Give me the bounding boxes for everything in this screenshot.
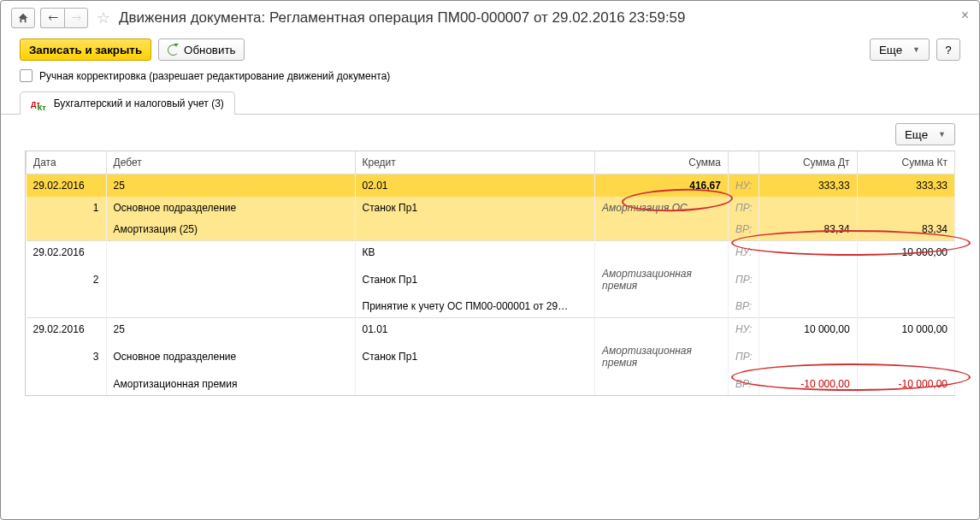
tab-label: Бухгалтерский и налоговый учет (3)	[54, 98, 224, 109]
cell-vr-kt	[857, 296, 954, 318]
cell-date: 29.02.2016	[27, 241, 107, 263]
cell-desc: Амортизационная премия	[595, 340, 729, 373]
cell-credit-acc: 01.01	[355, 318, 595, 340]
cell-pr-kt	[857, 263, 954, 296]
more-label: Еще	[879, 44, 902, 56]
cell-date: 29.02.2016	[27, 174, 107, 197]
cell-vr-label: ВР:	[728, 219, 759, 241]
cell-debit-sub1: Основное подразделение	[106, 340, 355, 373]
cell-credit-sub1: Станок Пр1	[355, 197, 595, 219]
cell-num: 1	[27, 197, 107, 219]
cell-num: 2	[27, 263, 107, 296]
help-button[interactable]: ?	[936, 38, 960, 61]
table-row[interactable]: 29.02.2016 КВ НУ: 10 000,00	[27, 241, 955, 263]
col-sum[interactable]: Сумма	[595, 151, 729, 174]
cell-pr-dt	[759, 197, 857, 219]
close-button[interactable]: ×	[961, 8, 969, 23]
back-button[interactable]: 🡐	[40, 8, 64, 28]
table-row[interactable]: Амортизационная премия ВР: -10 000,00 -1…	[27, 373, 955, 395]
cell-nu-kt: 333,33	[857, 174, 954, 197]
cell-vr-label: ВР:	[728, 373, 759, 395]
table-row[interactable]: 1 Основное подразделение Станок Пр1 Амор…	[27, 197, 955, 219]
tab-accounting[interactable]: ДтКт Бухгалтерский и налоговый учет (3)	[20, 92, 235, 115]
cell-sum	[595, 241, 729, 263]
cell-credit-sub1: Станок Пр1	[355, 340, 595, 373]
cell-date: 29.02.2016	[27, 318, 107, 340]
cell-nu-dt	[759, 241, 857, 263]
home-button[interactable]	[11, 8, 35, 28]
cell-debit-sub2: Амортизация (25)	[106, 219, 355, 241]
table-row[interactable]: 29.02.2016 25 01.01 НУ: 10 000,00 10 000…	[27, 318, 955, 340]
cell-debit-sub1: Основное подразделение	[106, 197, 355, 219]
cell-debit-acc: 25	[106, 174, 355, 197]
favorite-icon[interactable]: ☆	[97, 9, 110, 27]
cell-pr-kt	[857, 340, 954, 373]
manual-correction-checkbox[interactable]	[20, 69, 32, 82]
cell-nu-label: НУ:	[728, 318, 759, 340]
col-dt[interactable]: Сумма Дт	[759, 151, 857, 174]
cell-desc: Амортизация ОС	[595, 197, 729, 219]
chevron-down-icon: ▼	[938, 130, 946, 139]
save-close-button[interactable]: Записать и закрыть	[20, 38, 151, 61]
more-button[interactable]: Еще ▼	[870, 38, 930, 61]
col-date[interactable]: Дата	[27, 151, 107, 174]
col-kt[interactable]: Сумма Кт	[857, 151, 954, 174]
cell-debit-sub2: Амортизационная премия	[106, 373, 355, 395]
cell-nu-dt: 333,33	[759, 174, 857, 197]
table-row[interactable]: 3 Основное подразделение Станок Пр1 Амор…	[27, 340, 955, 373]
cell-pr-dt	[759, 263, 857, 296]
cell-credit-sub2	[355, 373, 595, 395]
cell-vr-kt: -10 000,00	[857, 373, 954, 395]
table-more-label: Еще	[905, 128, 928, 141]
cell-desc: Амортизационная премия	[595, 263, 729, 296]
col-debit[interactable]: Дебет	[106, 151, 355, 174]
cell-nu-dt: 10 000,00	[759, 318, 857, 340]
cell-credit-sub1: Станок Пр1	[355, 263, 595, 296]
cell-num: 3	[27, 340, 107, 373]
cell-vr-label: ВР:	[728, 296, 759, 318]
table-row[interactable]: 29.02.2016 25 02.01 416,67 НУ: 333,33 33…	[27, 174, 955, 197]
refresh-button[interactable]: Обновить	[158, 38, 245, 61]
cell-nu-kt: 10 000,00	[857, 241, 954, 263]
chevron-down-icon: ▼	[912, 45, 920, 54]
cell-credit-sub2	[355, 219, 595, 241]
dt-kt-icon: ДтКт	[31, 98, 49, 109]
page-title: Движения документа: Регламентная операци…	[119, 9, 686, 27]
cell-debit-acc: 25	[106, 318, 355, 340]
refresh-icon	[168, 44, 179, 56]
cell-vr-dt: 83,34	[759, 219, 857, 241]
cell-pr-kt	[857, 197, 954, 219]
table-more-button[interactable]: Еще ▼	[895, 123, 955, 145]
table-row[interactable]: Амортизация (25) ВР: 83,34 83,34	[27, 219, 955, 241]
cell-credit-acc: КВ	[355, 241, 595, 263]
cell-nu-label: НУ:	[728, 241, 759, 263]
postings-table[interactable]: Дата Дебет Кредит Сумма Сумма Дт Сумма К…	[26, 151, 955, 395]
cell-nu-kt: 10 000,00	[857, 318, 954, 340]
refresh-label: Обновить	[184, 44, 235, 56]
col-lbl	[728, 151, 759, 174]
cell-pr-label: ПР:	[728, 263, 759, 296]
table-row[interactable]: 2 Станок Пр1 Амортизационная премия ПР:	[27, 263, 955, 296]
cell-nu-label: НУ:	[728, 174, 759, 197]
cell-vr-dt: -10 000,00	[759, 373, 857, 395]
cell-vr-kt: 83,34	[857, 219, 954, 241]
cell-vr-dt	[759, 296, 857, 318]
cell-sum	[595, 318, 729, 340]
cell-sum: 416,67	[595, 174, 729, 197]
cell-pr-label: ПР:	[728, 197, 759, 219]
cell-pr-label: ПР:	[728, 340, 759, 373]
cell-credit-acc: 02.01	[355, 174, 595, 197]
cell-pr-dt	[759, 340, 857, 373]
cell-credit-sub2: Принятие к учету ОС ПМ00-000001 от 29…	[355, 296, 595, 318]
col-credit[interactable]: Кредит	[355, 151, 595, 174]
forward-button[interactable]: 🡒	[64, 8, 88, 28]
cell-debit-sub1	[106, 263, 355, 296]
cell-debit-acc	[106, 241, 355, 263]
manual-correction-label: Ручная корректировка (разрешает редактир…	[39, 70, 390, 82]
cell-debit-sub2	[106, 296, 355, 318]
table-row[interactable]: Принятие к учету ОС ПМ00-000001 от 29… В…	[27, 296, 955, 318]
